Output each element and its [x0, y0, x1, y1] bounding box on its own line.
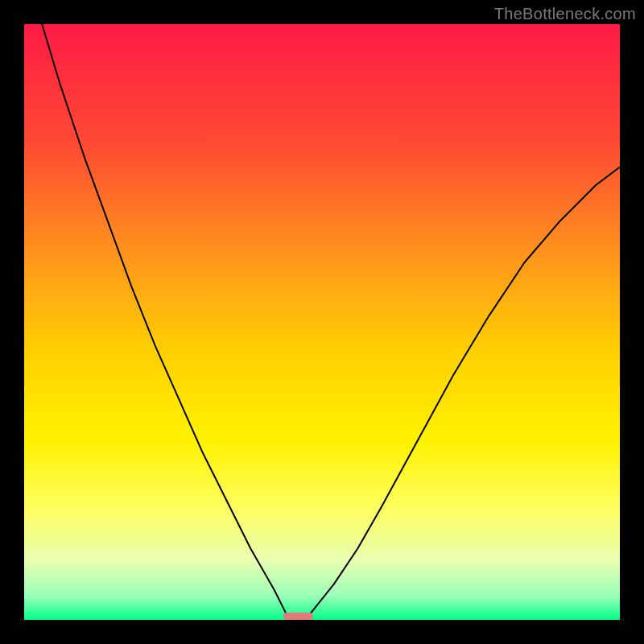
- chart-frame: TheBottleneck.com: [0, 0, 644, 644]
- chart-background: [24, 24, 620, 620]
- trough-marker: [283, 613, 313, 620]
- marker-group: [283, 613, 313, 620]
- plot-area: [24, 24, 620, 620]
- chart-svg: [24, 24, 620, 620]
- watermark-text: TheBottleneck.com: [494, 5, 636, 23]
